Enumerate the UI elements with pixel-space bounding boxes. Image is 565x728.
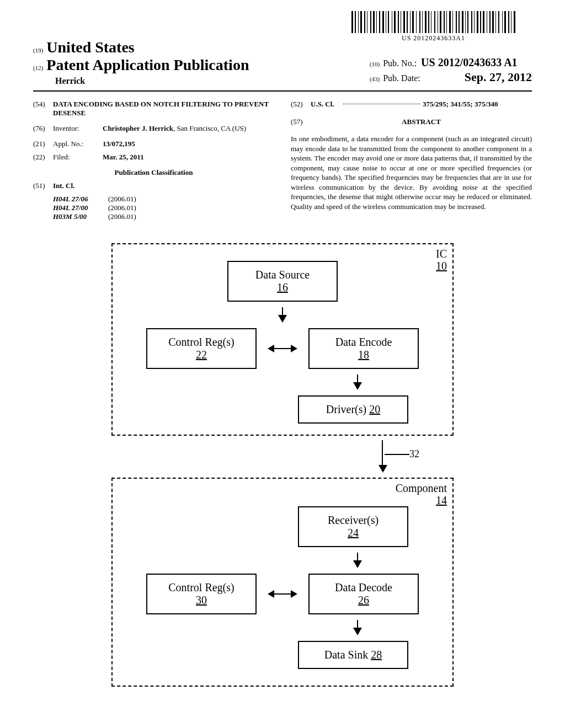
interconnect-num: 32 [409, 448, 419, 460]
classification-title: Publication Classification [33, 168, 274, 177]
inventor-label: Inventor: [53, 124, 103, 133]
barcode-graphic [351, 11, 515, 33]
code-10: (10) [370, 61, 380, 67]
intcl-label: Int. Cl. [53, 181, 74, 190]
code-21: (21) [33, 140, 53, 148]
intcl-year-0: (2006.01) [108, 195, 136, 204]
data-encode-block: Data Encode 18 [308, 328, 419, 369]
author-surname: Herrick [55, 76, 249, 86]
country: United States [46, 39, 134, 56]
patent-header: (19) United States (12) Patent Applicati… [33, 39, 532, 92]
uscl-label: U.S. Cl. [311, 100, 341, 109]
intcl-code-2: H03M 5/00 [53, 212, 108, 221]
inventor-name: Christopher J. Herrick [103, 124, 173, 132]
intcl-code-1: H04L 27/00 [53, 204, 108, 212]
code-51: (51) [33, 181, 53, 190]
appl-no-value: 13/072,195 [103, 140, 135, 148]
uscl-dots [343, 100, 420, 104]
bidirectional-arrow-icon [268, 345, 297, 352]
appl-no-label: Appl. No.: [53, 140, 103, 148]
abstract-heading: ABSTRACT [311, 117, 532, 126]
code-43: (43) [370, 76, 380, 82]
barcode-area: US 20120243633A1 [351, 11, 515, 42]
filed-date: Mar. 25, 2011 [103, 153, 144, 162]
intcl-year-1: (2006.01) [108, 204, 136, 212]
pub-date-label: Pub. Date: [383, 73, 420, 83]
interconnect-area: 32 [111, 440, 454, 473]
code-76: (76) [33, 124, 53, 133]
drivers-block: Driver(s) 20 [298, 395, 408, 424]
left-column: (54) DATA ENCODING BASED ON NOTCH FILTER… [33, 100, 274, 221]
pub-date-value: Sep. 27, 2012 [465, 70, 532, 84]
pub-no-label: Pub. No.: [383, 58, 417, 68]
code-57: (57) [291, 117, 311, 130]
code-52: (52) [291, 100, 311, 109]
pub-no-value: US 2012/0243633 A1 [421, 56, 517, 69]
publication-type: Patent Application Publication [46, 56, 249, 74]
data-sink-block: Data Sink 28 [298, 641, 408, 669]
control-reg2-block: Control Reg(s) 30 [146, 574, 257, 614]
component-label: Component 14 [396, 482, 447, 506]
invention-title: DATA ENCODING BASED ON NOTCH FILTERING T… [53, 100, 274, 117]
ic-box: IC 10 Data Source 16 Control Reg(s) 22 D… [111, 243, 454, 436]
intcl-code-0: H04L 27/06 [53, 195, 108, 204]
intcl-year-2: (2006.01) [108, 212, 136, 221]
uscl-value: 375/295; 341/55; 375/340 [423, 100, 498, 109]
bidirectional-arrow-icon [268, 590, 297, 598]
figure-diagram: IC 10 Data Source 16 Control Reg(s) 22 D… [111, 243, 454, 687]
control-reg1-block: Control Reg(s) 22 [146, 328, 257, 369]
component-box: Component 14 Receiver(s) 24 Control Reg(… [111, 478, 454, 687]
barcode-text: US 20120243633A1 [351, 34, 515, 42]
bibliographic-columns: (54) DATA ENCODING BASED ON NOTCH FILTER… [33, 100, 532, 221]
inventor-loc: , San Francisco, CA (US) [173, 124, 246, 132]
receivers-block: Receiver(s) 24 [298, 506, 408, 547]
code-22: (22) [33, 153, 53, 162]
right-column: (52) U.S. Cl. 375/295; 341/55; 375/340 (… [291, 100, 532, 221]
ic-label: IC 10 [436, 248, 447, 272]
data-source-block: Data Source 16 [227, 261, 338, 302]
abstract-body: In one embodiment, a data encoder for a … [291, 134, 532, 211]
filed-label: Filed: [53, 153, 103, 162]
code-12: (12) [33, 65, 43, 71]
code-19: (19) [33, 47, 43, 53]
data-decode-block: Data Decode 26 [308, 574, 419, 614]
code-54: (54) [33, 100, 53, 117]
